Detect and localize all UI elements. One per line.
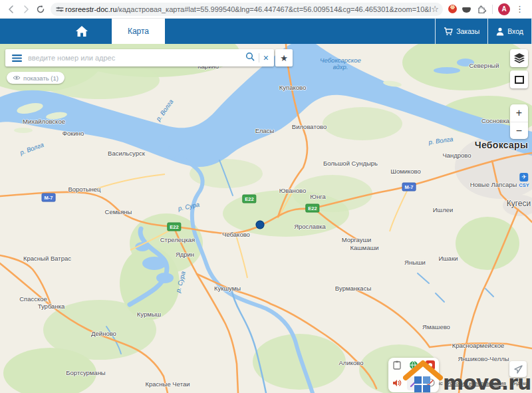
speaker-icon[interactable]: [392, 378, 402, 390]
map-label-town: Кугеси: [507, 199, 531, 208]
orders-button[interactable]: Заказы: [436, 19, 487, 44]
search-icon[interactable]: [245, 52, 255, 64]
moveru-logo-text: move.ru: [443, 374, 531, 393]
clear-search-icon[interactable]: ×: [263, 53, 269, 63]
map-label-town: Еласы: [255, 127, 275, 134]
extensions-puzzle-icon[interactable]: [476, 2, 487, 17]
map-label-town: Курмыш: [137, 311, 161, 318]
road-badge: М-7: [42, 194, 56, 202]
road-badge: Е22: [167, 223, 181, 231]
map-label-town: Красные Четаи: [146, 380, 190, 388]
zoom-out-button[interactable]: −: [510, 122, 528, 139]
measure-area-button[interactable]: [510, 70, 528, 88]
url-text[interactable]: rosreestr-doc.ru/кадастровая_карта#lat=5…: [65, 5, 431, 13]
map-label-town: Ярославка: [294, 223, 326, 230]
layers-icon: [514, 53, 525, 63]
map-label-town: Ямашево: [422, 323, 450, 330]
back-icon[interactable]: [4, 2, 19, 17]
cart-icon: [444, 27, 453, 36]
star-icon: ★: [280, 53, 288, 63]
road-badge: М-7: [402, 183, 416, 192]
rectangle-icon: [515, 76, 524, 84]
map-label-town: Фокино: [63, 130, 84, 137]
airport-poi[interactable]: ✈ CSY: [519, 173, 529, 188]
map-label-town: Вурманкасы: [335, 285, 371, 292]
map-label-town: Шомиково: [390, 168, 421, 175]
map-label-town: Красноармейское: [452, 342, 505, 349]
airport-icon: ✈: [519, 173, 528, 182]
map-label-town: Виловатово: [292, 123, 327, 130]
map-label-town: Юваново: [279, 187, 307, 194]
extension-icon[interactable]: [462, 7, 471, 13]
parcel-marker[interactable]: [256, 221, 265, 229]
map-label-town: Стрелецкая: [160, 236, 196, 243]
moveru-watermark: move.ru: [403, 359, 531, 392]
search-input[interactable]: [28, 54, 240, 62]
clipboard-icon[interactable]: [393, 360, 401, 372]
map-label-town: Кашмаши: [350, 244, 378, 251]
map-artwork: [0, 44, 532, 393]
address-bar[interactable]: rosreestr-doc.ru/кадастровая_карта#lat=5…: [51, 3, 443, 16]
login-button[interactable]: Вход: [488, 19, 531, 44]
map-label-town: Ишаки: [438, 255, 458, 262]
menu-icon[interactable]: [5, 55, 28, 62]
reload-icon[interactable]: [33, 2, 48, 17]
map-label-town: Михайловское: [23, 118, 65, 125]
map-label-town: Ядрин: [176, 251, 194, 258]
search-bar: ×: [5, 49, 274, 66]
map-label-town: Спасское: [19, 295, 47, 303]
road-badge: Е22: [242, 195, 256, 203]
map-label-town: Купаково: [279, 84, 306, 91]
browser-chrome: rosreestr-doc.ru/кадастровая_карта#lat=5…: [0, 0, 532, 19]
map-label-town: Воротынец: [68, 186, 100, 193]
map-label-town: Аликово: [339, 359, 364, 366]
map-label-town: Бортсурманы: [66, 369, 105, 376]
map-label-town: Яныши: [404, 259, 426, 266]
map-label-town: Дейново: [91, 330, 116, 337]
map-label-town: Северный: [469, 62, 499, 69]
divider: [259, 53, 259, 63]
site-header: Карта Заказы Вход: [0, 19, 532, 44]
tab-map[interactable]: Карта: [112, 19, 165, 44]
user-icon: [496, 27, 504, 36]
map-label-town: Красный Ватрас: [23, 255, 71, 262]
favorites-button[interactable]: ★: [275, 49, 293, 66]
map-label-town: Моргауши: [342, 236, 372, 243]
map-canvas[interactable]: Чебоксарское вдхр.р. Волгар. Волгар. Вол…: [0, 44, 532, 393]
site-settings-icon[interactable]: [55, 3, 65, 16]
map-label-town: Семьяны: [105, 208, 132, 215]
map-label-town: Ишлеи: [433, 206, 454, 213]
map-label-town: Новые Лапсары: [470, 181, 517, 188]
moveru-house-icon: [403, 359, 443, 392]
layers-button[interactable]: [510, 49, 528, 67]
map-label-water: Чебоксарское вдхр.: [320, 57, 361, 71]
home-icon: [75, 25, 88, 37]
browser-window: rosreestr-doc.ru/кадастровая_карта#lat=5…: [0, 0, 532, 393]
map-label-town: Васильсурск: [108, 150, 145, 157]
home-button[interactable]: [72, 23, 92, 39]
road-badge: Е22: [305, 204, 319, 213]
map-label-town: Кукшумы: [214, 285, 241, 292]
browser-menu-icon[interactable]: ⋮: [515, 4, 524, 14]
map-label-town: Сосновка: [481, 117, 509, 124]
divider: [492, 5, 493, 14]
eye-icon: [13, 75, 21, 80]
map-label-town: Турбанка: [38, 303, 65, 310]
map-label-town: Чебаково: [222, 231, 250, 238]
profile-avatar[interactable]: A: [498, 3, 510, 15]
forward-icon[interactable]: [19, 2, 33, 17]
map-label-town: Юнга: [310, 193, 325, 200]
zoom-in-button[interactable]: +: [510, 104, 528, 122]
extension-icon[interactable]: [448, 5, 457, 13]
show-results-button[interactable]: показать (1): [7, 72, 65, 84]
map-label-town: Чандрово: [442, 152, 471, 159]
map-label-town: Большой Сундырь: [323, 160, 378, 167]
bookmark-star-icon[interactable]: ☆: [431, 5, 439, 13]
map-label-town: Чебоксары: [475, 140, 528, 150]
